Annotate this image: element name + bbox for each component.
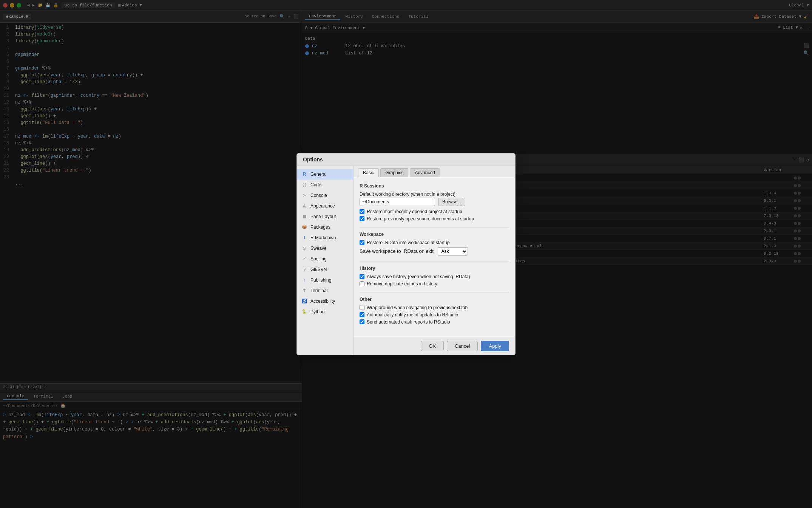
- nav-rmarkdown[interactable]: ⬇ R Markdown: [297, 232, 353, 243]
- nav-python-label: Python: [310, 309, 324, 314]
- nav-publishing[interactable]: ↑ Publishing: [297, 275, 353, 285]
- nav-python[interactable]: 🐍 Python: [297, 307, 353, 317]
- browse-btn[interactable]: Browse...: [438, 198, 465, 206]
- wrap-nav-check[interactable]: [360, 305, 364, 310]
- restore-source-row: Restore previously open source documents…: [360, 216, 509, 221]
- notify-updates-row: Automatically notify me of updates to RS…: [360, 312, 509, 318]
- r-sessions-title: R Sessions: [360, 183, 509, 189]
- dialog-content: R Sessions Default working directory (wh…: [354, 177, 515, 337]
- working-dir-input[interactable]: [360, 198, 435, 206]
- nav-packages-label: Packages: [310, 225, 330, 230]
- cancel-btn[interactable]: Cancel: [447, 341, 478, 351]
- always-save-history-label: Always save history (even when not savin…: [367, 274, 470, 279]
- nav-spelling[interactable]: ✓ Spelling: [297, 254, 353, 264]
- general-icon: R: [301, 171, 307, 177]
- notify-updates-label: Automatically notify me of updates to RS…: [367, 312, 458, 318]
- wrap-nav-label: Wrap around when navigating to previous/…: [367, 305, 468, 310]
- nav-code-label: Code: [310, 182, 321, 187]
- restore-rdata-label: Restore .RData into workspace at startup: [367, 240, 449, 245]
- appearance-icon: A: [301, 203, 307, 209]
- code-icon: { }: [301, 182, 307, 188]
- nav-code[interactable]: { } Code: [297, 180, 353, 190]
- publishing-icon: ↑: [301, 277, 307, 283]
- nav-git-label: Git/SVN: [310, 267, 327, 272]
- console-icon: >: [301, 192, 307, 198]
- nav-publishing-label: Publishing: [310, 277, 331, 283]
- working-dir-field: Default working directory (when not in a…: [360, 192, 509, 206]
- git-icon: ⑂: [301, 266, 307, 273]
- nav-terminal[interactable]: T Terminal: [297, 285, 353, 296]
- remove-duplicates-check[interactable]: [360, 281, 364, 286]
- nav-accessibility-label: Accessibility: [310, 299, 335, 304]
- accessibility-icon: ♿: [301, 298, 307, 304]
- options-dialog: Options R General { } Code > Console A: [296, 153, 516, 355]
- nav-accessibility[interactable]: ♿ Accessibility: [297, 296, 353, 307]
- ok-btn[interactable]: OK: [421, 341, 444, 351]
- divider-2: [360, 262, 509, 262]
- restore-project-label: Restore most recently opened project at …: [367, 209, 462, 214]
- dialog-main: Basic Graphics Advanced R Sessions Defau…: [354, 166, 515, 355]
- section-other: Other Wrap around when navigating to pre…: [360, 297, 509, 325]
- wrap-nav-row: Wrap around when navigating to previous/…: [360, 305, 509, 310]
- rmarkdown-icon: ⬇: [301, 235, 307, 241]
- workspace-title: Workspace: [360, 232, 509, 237]
- dialog-sidebar: R General { } Code > Console A Appearanc…: [297, 166, 354, 355]
- working-dir-row: Browse...: [360, 198, 509, 206]
- restore-project-row: Restore most recently opened project at …: [360, 209, 509, 214]
- dialog-footer: OK Cancel Apply: [354, 337, 515, 355]
- section-history: History Always save history (even when n…: [360, 266, 509, 287]
- nav-appearance-label: Appearance: [310, 203, 335, 209]
- history-title: History: [360, 266, 509, 271]
- remove-duplicates-label: Remove duplicate entries in history: [367, 281, 437, 287]
- sweave-icon: S: [301, 245, 307, 251]
- working-dir-label: Default working directory (when not in a…: [360, 192, 509, 197]
- notify-updates-check[interactable]: [360, 312, 364, 317]
- divider-1: [360, 228, 509, 228]
- dialog-overlay: Options R General { } Code > Console A: [0, 0, 812, 508]
- save-workspace-row: Save workspace to .RData on exit: Ask Al…: [360, 247, 509, 256]
- other-title: Other: [360, 297, 509, 302]
- nav-pane-layout[interactable]: ▦ Pane Layout: [297, 211, 353, 222]
- terminal-nav-icon: T: [301, 288, 307, 294]
- tab-advanced[interactable]: Advanced: [410, 168, 440, 177]
- restore-rdata-row: Restore .RData into workspace at startup: [360, 240, 509, 245]
- always-save-history-row: Always save history (even when not savin…: [360, 274, 509, 279]
- section-r-sessions: R Sessions Default working directory (wh…: [360, 183, 509, 221]
- section-workspace: Workspace Restore .RData into workspace …: [360, 232, 509, 256]
- apply-btn[interactable]: Apply: [481, 341, 509, 351]
- restore-project-check[interactable]: [360, 209, 364, 214]
- dialog-title: Options: [297, 153, 515, 166]
- restore-source-label: Restore previously open source documents…: [367, 216, 474, 221]
- nav-terminal-label: Terminal: [310, 288, 327, 293]
- nav-rmarkdown-label: R Markdown: [310, 235, 336, 240]
- nav-general[interactable]: R General: [297, 169, 353, 180]
- send-crash-label: Send automated crash reports to RStudio: [367, 319, 450, 325]
- python-icon: 🐍: [301, 309, 307, 315]
- nav-pane-layout-label: Pane Layout: [310, 214, 336, 219]
- dialog-body: R General { } Code > Console A Appearanc…: [297, 166, 515, 355]
- remove-duplicates-row: Remove duplicate entries in history: [360, 281, 509, 287]
- nav-console-label: Console: [310, 193, 327, 198]
- always-save-history-check[interactable]: [360, 274, 364, 279]
- nav-git-svn[interactable]: ⑂ Git/SVN: [297, 264, 353, 275]
- save-workspace-label: Save workspace to .RData on exit:: [360, 248, 435, 254]
- pane-layout-icon: ▦: [301, 214, 307, 220]
- nav-spelling-label: Spelling: [310, 256, 327, 262]
- save-workspace-select[interactable]: Ask Always Never: [438, 247, 468, 256]
- nav-sweave-label: Sweave: [310, 246, 327, 251]
- restore-source-check[interactable]: [360, 216, 364, 221]
- dialog-tab-bar: Basic Graphics Advanced: [354, 166, 515, 177]
- restore-rdata-check[interactable]: [360, 240, 364, 245]
- nav-packages[interactable]: 📦 Packages: [297, 222, 353, 232]
- nav-appearance[interactable]: A Appearance: [297, 201, 353, 211]
- tab-basic[interactable]: Basic: [358, 168, 379, 177]
- send-crash-row: Send automated crash reports to RStudio: [360, 319, 509, 325]
- send-crash-check[interactable]: [360, 319, 364, 324]
- packages-nav-icon: 📦: [301, 224, 307, 230]
- divider-3: [360, 293, 509, 293]
- nav-general-label: General: [310, 172, 327, 177]
- nav-console[interactable]: > Console: [297, 190, 353, 201]
- tab-graphics[interactable]: Graphics: [380, 168, 408, 177]
- nav-sweave[interactable]: S Sweave: [297, 243, 353, 254]
- spelling-icon: ✓: [301, 256, 307, 262]
